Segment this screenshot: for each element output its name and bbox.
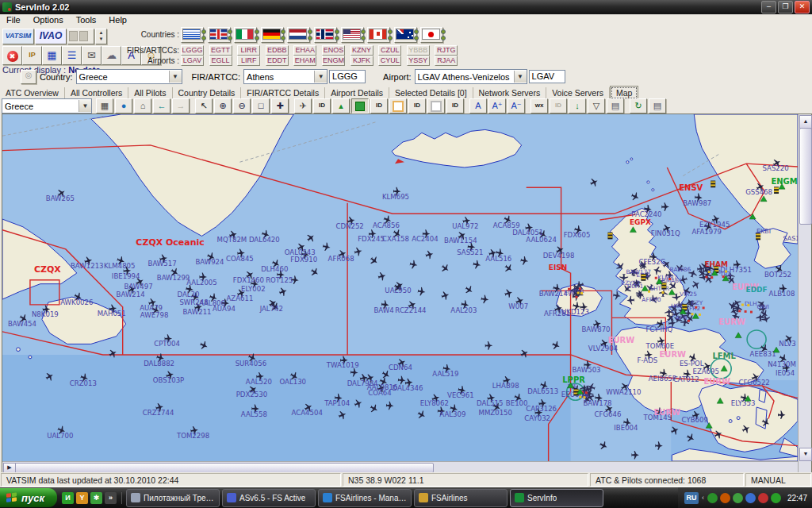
airport-button-cyul[interactable]: CYUL	[378, 56, 401, 66]
ip-info-icon[interactable]: IP	[22, 46, 42, 65]
atc-markers-icon[interactable]: ▴	[332, 98, 350, 114]
aircraft-label[interactable]: AAL520	[246, 378, 272, 386]
aircraft-label[interactable]: BAW924	[195, 258, 224, 266]
aircraft-label[interactable]: AAL2005	[186, 279, 217, 287]
aircraft-label[interactable]: KLM4805	[104, 262, 136, 270]
aircraft-label[interactable]: NLV3	[779, 340, 796, 348]
tab-all-pilots[interactable]: All Pilots	[128, 87, 172, 99]
airport-select[interactable]: LGAV Athens-Venizelos▼	[415, 69, 527, 84]
aircraft-label[interactable]: CRZ013	[70, 379, 97, 387]
aircraft-label[interactable]: ELY353	[731, 399, 756, 407]
aircraft-label[interactable]: CFG6522	[738, 379, 769, 387]
airport-button-yssy[interactable]: YSSY	[407, 56, 430, 66]
sector-id-icon[interactable]: ID	[446, 98, 464, 114]
menu-file[interactable]: File	[0, 15, 27, 25]
airport-button-rjaa[interactable]: RJAA	[435, 56, 458, 66]
aircraft-label[interactable]: OAL0543	[285, 248, 316, 256]
globe-icon[interactable]: ●	[115, 98, 132, 114]
tab-selected-details-0-[interactable]: Selected Details [0]	[389, 87, 473, 99]
aircraft-label[interactable]: CFE32G	[638, 258, 665, 266]
aircraft-label[interactable]: AAL516	[485, 255, 511, 263]
airport-tower-icon[interactable]	[574, 389, 579, 396]
airport-button-engm[interactable]: ENGM	[322, 56, 345, 66]
aircraft-label[interactable]: DAL6420	[249, 236, 280, 244]
wx-id-icon[interactable]: ID	[550, 98, 567, 114]
aircraft-label[interactable]: WWA2110	[606, 388, 641, 396]
aircraft-label[interactable]: DAL6513	[527, 387, 558, 395]
filter-icon[interactable]: ▽	[588, 98, 605, 114]
aircraft-label[interactable]: ACA4504	[292, 409, 323, 417]
aircraft-label[interactable]: ROT125	[266, 276, 293, 284]
aircraft-label[interactable]: GSS468	[745, 188, 772, 196]
aircraft-label[interactable]: AUA94	[213, 305, 236, 313]
task-trainer[interactable]: Пилотажный Тренаж...	[126, 489, 220, 507]
aircraft-label[interactable]: BAW211	[182, 309, 211, 317]
aircraft-label[interactable]: COA845	[226, 255, 254, 263]
tab-all-controllers[interactable]: All Controllers	[65, 87, 128, 99]
aircraft-label[interactable]: BAW517	[148, 260, 177, 267]
task-fsairlines[interactable]: FSAirlines	[414, 489, 508, 507]
aircraft-label[interactable]: TAP104	[324, 399, 350, 407]
aircraft-label[interactable]: VEC961	[447, 391, 474, 399]
aircraft-label[interactable]: TWA1019	[326, 362, 359, 370]
aircraft-label[interactable]: AEI865P	[649, 375, 676, 383]
map-view[interactable]: BAW265KLM695SAS220BAW987GSS468PAC2240FIN…	[2, 114, 812, 474]
tab-network-servers[interactable]: Network Servers	[473, 87, 547, 99]
pages-button[interactable]	[67, 29, 94, 44]
fir-code-input[interactable]: LGGG	[329, 70, 366, 83]
aircraft-label[interactable]: IBE004	[614, 424, 638, 432]
aircraft-label[interactable]: DAL8882	[144, 360, 174, 368]
aircraft-label[interactable]: PDX2530	[236, 391, 267, 399]
tray-mail-icon[interactable]	[758, 493, 768, 503]
aircraft-label[interactable]: BAW454	[8, 320, 36, 328]
aircraft-label[interactable]: F-ADS	[638, 356, 658, 364]
refresh-icon[interactable]: ↻	[630, 98, 647, 114]
tray-smiley-icon[interactable]	[733, 493, 743, 503]
aircraft-label[interactable]: BAW1299	[157, 274, 190, 282]
quicklaunch-icon-2[interactable]: Y	[76, 492, 88, 504]
aircraft-label[interactable]: IBE1994	[112, 272, 140, 280]
aircraft-label[interactable]: KLM695	[382, 193, 409, 201]
pan-icon[interactable]: ✚	[271, 98, 289, 114]
back-icon[interactable]: ←	[153, 98, 170, 114]
aircraft-label[interactable]: FDX1460	[233, 276, 264, 284]
aircraft-id-icon[interactable]: ID	[313, 98, 331, 114]
fir-button-ybbb[interactable]: YBBB	[407, 45, 430, 56]
aircraft-label[interactable]: CAP3126	[526, 405, 557, 413]
tab-atc-overview[interactable]: ATC Overview	[0, 87, 65, 99]
fir-fill-icon[interactable]	[351, 98, 369, 114]
aircraft-label[interactable]: AFR068	[328, 256, 354, 264]
wx-icon[interactable]: wx	[530, 98, 548, 114]
map-vertical-scrollbar[interactable]: ▲ ▼	[798, 114, 811, 473]
aircraft-label[interactable]: FIN031Q	[651, 230, 680, 238]
aircraft-label[interactable]: AAL0624	[526, 236, 557, 244]
aircraft-label[interactable]: UAL950	[385, 287, 411, 294]
aircraft-label[interactable]: UKD123	[561, 308, 589, 316]
find-button[interactable]: ◎	[21, 70, 36, 84]
aircraft-label[interactable]: DAL515	[477, 399, 503, 407]
aircraft-label[interactable]: FCY-IHQ	[645, 325, 672, 333]
uir-outline-icon[interactable]	[389, 98, 407, 114]
aircraft-label[interactable]: OBS103P	[153, 376, 184, 384]
font-icon[interactable]: A	[469, 98, 487, 114]
spinner-control[interactable]: ▲▼	[95, 29, 107, 44]
aircraft-label[interactable]: BAW987	[683, 199, 711, 207]
aircraft-label[interactable]: BAW4	[373, 306, 393, 314]
aircraft-label[interactable]: AZA611	[226, 294, 253, 302]
country-select[interactable]: Greece▼	[76, 69, 182, 84]
fir-id-icon[interactable]: ID	[370, 98, 388, 114]
airport-tower-icon[interactable]	[774, 187, 779, 194]
fir-button-lggg[interactable]: LGGG	[181, 45, 204, 56]
aircraft-label[interactable]: RCZ2144	[395, 306, 426, 314]
aircraft-label[interactable]: BAW497	[124, 283, 153, 291]
data-grid-icon[interactable]: ▦	[42, 46, 62, 65]
font-smaller-icon[interactable]: A⁻	[508, 98, 525, 114]
aircraft-label[interactable]: N4130M	[768, 360, 796, 368]
airport-tower-icon[interactable]	[756, 233, 760, 241]
fir-button-kzny[interactable]: KZNY	[350, 45, 373, 56]
aircraft-label[interactable]: BAW1213	[71, 262, 104, 270]
minimize-button[interactable]: –	[761, 1, 776, 13]
tab-fir-artcc-details[interactable]: FIR/ARTCC Details	[241, 87, 325, 99]
aircraft-label[interactable]: FDX605	[564, 231, 591, 239]
airport-tower-icon[interactable]	[607, 233, 612, 240]
